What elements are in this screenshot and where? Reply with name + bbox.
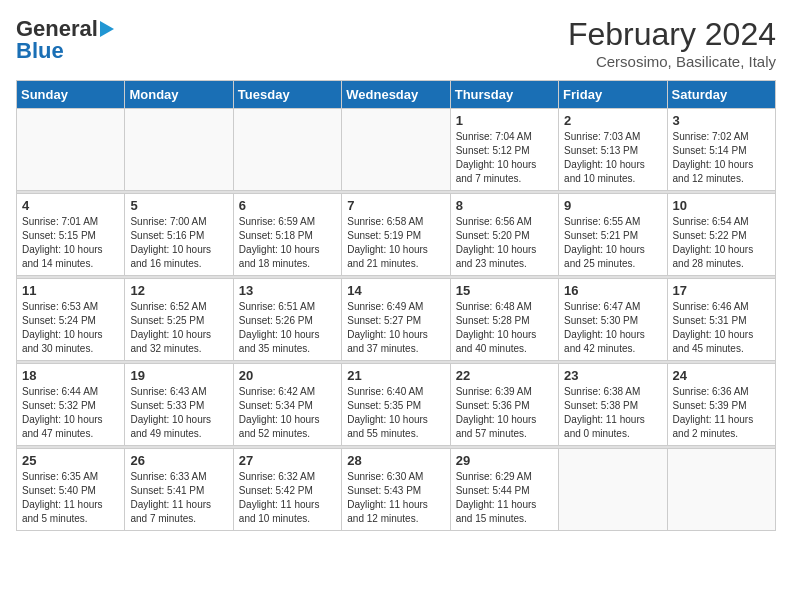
day-info: Sunrise: 6:32 AM Sunset: 5:42 PM Dayligh…: [239, 470, 336, 526]
day-info: Sunrise: 7:00 AM Sunset: 5:16 PM Dayligh…: [130, 215, 227, 271]
day-info: Sunrise: 6:53 AM Sunset: 5:24 PM Dayligh…: [22, 300, 119, 356]
day-info: Sunrise: 6:36 AM Sunset: 5:39 PM Dayligh…: [673, 385, 770, 441]
calendar-table: SundayMondayTuesdayWednesdayThursdayFrid…: [16, 80, 776, 531]
calendar-day-cell: [667, 449, 775, 531]
calendar-day-cell: 9Sunrise: 6:55 AM Sunset: 5:21 PM Daylig…: [559, 194, 667, 276]
day-info: Sunrise: 6:48 AM Sunset: 5:28 PM Dayligh…: [456, 300, 553, 356]
day-number: 6: [239, 198, 336, 213]
calendar-day-cell: 16Sunrise: 6:47 AM Sunset: 5:30 PM Dayli…: [559, 279, 667, 361]
day-info: Sunrise: 6:42 AM Sunset: 5:34 PM Dayligh…: [239, 385, 336, 441]
weekday-header-cell: Tuesday: [233, 81, 341, 109]
day-info: Sunrise: 6:51 AM Sunset: 5:26 PM Dayligh…: [239, 300, 336, 356]
day-info: Sunrise: 6:35 AM Sunset: 5:40 PM Dayligh…: [22, 470, 119, 526]
day-info: Sunrise: 6:47 AM Sunset: 5:30 PM Dayligh…: [564, 300, 661, 356]
day-info: Sunrise: 6:44 AM Sunset: 5:32 PM Dayligh…: [22, 385, 119, 441]
day-number: 10: [673, 198, 770, 213]
weekday-header-cell: Wednesday: [342, 81, 450, 109]
calendar-week-row: 18Sunrise: 6:44 AM Sunset: 5:32 PM Dayli…: [17, 364, 776, 446]
page-header: General Blue February 2024 Cersosimo, Ba…: [16, 16, 776, 70]
calendar-day-cell: 8Sunrise: 6:56 AM Sunset: 5:20 PM Daylig…: [450, 194, 558, 276]
calendar-day-cell: 18Sunrise: 6:44 AM Sunset: 5:32 PM Dayli…: [17, 364, 125, 446]
weekday-header-cell: Monday: [125, 81, 233, 109]
calendar-day-cell: [125, 109, 233, 191]
weekday-header-cell: Friday: [559, 81, 667, 109]
calendar-day-cell: [559, 449, 667, 531]
calendar-day-cell: 1Sunrise: 7:04 AM Sunset: 5:12 PM Daylig…: [450, 109, 558, 191]
day-number: 14: [347, 283, 444, 298]
day-number: 28: [347, 453, 444, 468]
calendar-day-cell: 6Sunrise: 6:59 AM Sunset: 5:18 PM Daylig…: [233, 194, 341, 276]
day-number: 27: [239, 453, 336, 468]
day-number: 13: [239, 283, 336, 298]
day-info: Sunrise: 6:46 AM Sunset: 5:31 PM Dayligh…: [673, 300, 770, 356]
day-number: 24: [673, 368, 770, 383]
calendar-day-cell: 5Sunrise: 7:00 AM Sunset: 5:16 PM Daylig…: [125, 194, 233, 276]
day-info: Sunrise: 6:30 AM Sunset: 5:43 PM Dayligh…: [347, 470, 444, 526]
calendar-day-cell: 21Sunrise: 6:40 AM Sunset: 5:35 PM Dayli…: [342, 364, 450, 446]
day-number: 29: [456, 453, 553, 468]
calendar-day-cell: 3Sunrise: 7:02 AM Sunset: 5:14 PM Daylig…: [667, 109, 775, 191]
day-info: Sunrise: 6:52 AM Sunset: 5:25 PM Dayligh…: [130, 300, 227, 356]
day-info: Sunrise: 6:59 AM Sunset: 5:18 PM Dayligh…: [239, 215, 336, 271]
calendar-day-cell: 25Sunrise: 6:35 AM Sunset: 5:40 PM Dayli…: [17, 449, 125, 531]
calendar-day-cell: 17Sunrise: 6:46 AM Sunset: 5:31 PM Dayli…: [667, 279, 775, 361]
calendar-day-cell: 4Sunrise: 7:01 AM Sunset: 5:15 PM Daylig…: [17, 194, 125, 276]
day-number: 15: [456, 283, 553, 298]
day-number: 11: [22, 283, 119, 298]
day-number: 3: [673, 113, 770, 128]
logo-arrow-icon: [100, 21, 114, 37]
weekday-header-cell: Thursday: [450, 81, 558, 109]
calendar-body: 1Sunrise: 7:04 AM Sunset: 5:12 PM Daylig…: [17, 109, 776, 531]
calendar-day-cell: 19Sunrise: 6:43 AM Sunset: 5:33 PM Dayli…: [125, 364, 233, 446]
month-title: February 2024: [568, 16, 776, 53]
day-info: Sunrise: 6:40 AM Sunset: 5:35 PM Dayligh…: [347, 385, 444, 441]
day-info: Sunrise: 7:01 AM Sunset: 5:15 PM Dayligh…: [22, 215, 119, 271]
day-info: Sunrise: 6:39 AM Sunset: 5:36 PM Dayligh…: [456, 385, 553, 441]
title-block: February 2024 Cersosimo, Basilicate, Ita…: [568, 16, 776, 70]
calendar-day-cell: 12Sunrise: 6:52 AM Sunset: 5:25 PM Dayli…: [125, 279, 233, 361]
day-number: 1: [456, 113, 553, 128]
day-number: 7: [347, 198, 444, 213]
calendar-day-cell: 14Sunrise: 6:49 AM Sunset: 5:27 PM Dayli…: [342, 279, 450, 361]
calendar-day-cell: 13Sunrise: 6:51 AM Sunset: 5:26 PM Dayli…: [233, 279, 341, 361]
calendar-day-cell: [342, 109, 450, 191]
calendar-day-cell: 24Sunrise: 6:36 AM Sunset: 5:39 PM Dayli…: [667, 364, 775, 446]
calendar-day-cell: 23Sunrise: 6:38 AM Sunset: 5:38 PM Dayli…: [559, 364, 667, 446]
calendar-day-cell: 27Sunrise: 6:32 AM Sunset: 5:42 PM Dayli…: [233, 449, 341, 531]
day-info: Sunrise: 6:33 AM Sunset: 5:41 PM Dayligh…: [130, 470, 227, 526]
day-number: 8: [456, 198, 553, 213]
day-number: 12: [130, 283, 227, 298]
day-number: 4: [22, 198, 119, 213]
day-info: Sunrise: 6:49 AM Sunset: 5:27 PM Dayligh…: [347, 300, 444, 356]
day-number: 18: [22, 368, 119, 383]
calendar-week-row: 1Sunrise: 7:04 AM Sunset: 5:12 PM Daylig…: [17, 109, 776, 191]
location-title: Cersosimo, Basilicate, Italy: [568, 53, 776, 70]
calendar-day-cell: 26Sunrise: 6:33 AM Sunset: 5:41 PM Dayli…: [125, 449, 233, 531]
calendar-day-cell: [233, 109, 341, 191]
day-info: Sunrise: 7:02 AM Sunset: 5:14 PM Dayligh…: [673, 130, 770, 186]
logo: General Blue: [16, 16, 114, 64]
calendar-day-cell: 7Sunrise: 6:58 AM Sunset: 5:19 PM Daylig…: [342, 194, 450, 276]
day-number: 23: [564, 368, 661, 383]
day-number: 20: [239, 368, 336, 383]
calendar-week-row: 25Sunrise: 6:35 AM Sunset: 5:40 PM Dayli…: [17, 449, 776, 531]
calendar-day-cell: 20Sunrise: 6:42 AM Sunset: 5:34 PM Dayli…: [233, 364, 341, 446]
logo-blue: Blue: [16, 38, 64, 64]
day-number: 26: [130, 453, 227, 468]
calendar-day-cell: 29Sunrise: 6:29 AM Sunset: 5:44 PM Dayli…: [450, 449, 558, 531]
weekday-header-cell: Sunday: [17, 81, 125, 109]
day-info: Sunrise: 6:55 AM Sunset: 5:21 PM Dayligh…: [564, 215, 661, 271]
day-number: 17: [673, 283, 770, 298]
day-number: 25: [22, 453, 119, 468]
day-number: 16: [564, 283, 661, 298]
day-number: 22: [456, 368, 553, 383]
day-number: 19: [130, 368, 227, 383]
weekday-header-cell: Saturday: [667, 81, 775, 109]
day-number: 9: [564, 198, 661, 213]
calendar-day-cell: 28Sunrise: 6:30 AM Sunset: 5:43 PM Dayli…: [342, 449, 450, 531]
day-info: Sunrise: 6:56 AM Sunset: 5:20 PM Dayligh…: [456, 215, 553, 271]
day-info: Sunrise: 7:04 AM Sunset: 5:12 PM Dayligh…: [456, 130, 553, 186]
day-number: 5: [130, 198, 227, 213]
day-info: Sunrise: 6:43 AM Sunset: 5:33 PM Dayligh…: [130, 385, 227, 441]
weekday-header-row: SundayMondayTuesdayWednesdayThursdayFrid…: [17, 81, 776, 109]
